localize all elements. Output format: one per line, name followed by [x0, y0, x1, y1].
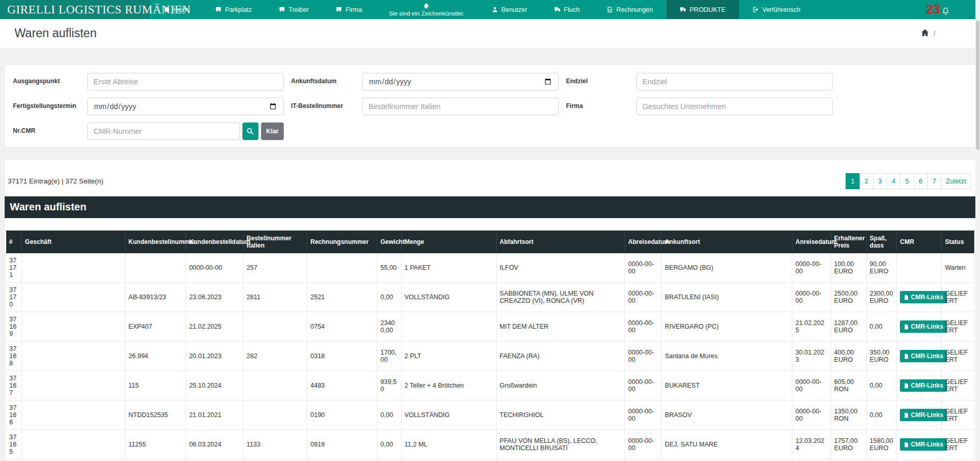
nr-cmr-input[interactable]: [87, 122, 240, 140]
column-header: #: [6, 230, 22, 253]
cmr-links-button[interactable]: CMR-Links: [900, 320, 947, 333]
cell-anreisedatum: 21.02.2025: [792, 312, 831, 342]
ausgangspunkt-input[interactable]: [87, 73, 284, 90]
cell-geschaeft: [22, 342, 125, 371]
endziel-input[interactable]: [636, 73, 833, 90]
results-panel: 37171 Eintrag(e) | 372 Seite(n) 1234567Z…: [4, 159, 976, 461]
cell-menge: 1 PAKET: [401, 253, 496, 283]
goods-table: #GeschäftKundenbestellnummerKundenbestel…: [6, 230, 974, 461]
cell-abfahrtsort: FAENZA (RA): [496, 342, 625, 371]
page-scrollbar[interactable]: [975, 0, 980, 461]
nav-item-produkte[interactable]: PRODUKTE: [666, 0, 739, 19]
cell-menge: 2 Teller + 4 Brötchen: [401, 371, 496, 401]
file-icon: [904, 382, 909, 389]
nav-item-heim[interactable]: Heim: [150, 0, 202, 19]
table-row: 3716423.11.202223.11.2022-274 ACTIV CLIE…: [6, 459, 974, 461]
bus-icon: [279, 6, 285, 13]
cell-ankunftsort: BERGAMO (BG): [662, 253, 792, 283]
cell-cmr: CMR-Links: [897, 342, 942, 371]
ankunftsdatum-input[interactable]: [362, 73, 559, 90]
cell-kundenbestellnummer: NTDD152535: [125, 401, 186, 430]
cell-rechnungsnummer: 0318: [307, 342, 377, 371]
home-icon[interactable]: [921, 28, 929, 39]
filter-label-it-bestellnummer: IT-Bestellnummer: [289, 102, 357, 110]
cell-abfahrtsort: HAM (BELGIEN), MERKELBEEK (NIEDERLANDE),…: [496, 459, 625, 461]
page-button-2[interactable]: 2: [860, 173, 874, 189]
cell-kundenbestelldatum: 21.02.2025: [186, 312, 243, 342]
nav-item-fluch[interactable]: Fluch: [541, 0, 593, 19]
cell-nr: 37165: [6, 430, 22, 459]
cell-kundenbestellnummer: 11255: [125, 430, 186, 459]
column-header: Spaß, dass: [866, 230, 897, 253]
brand-title[interactable]: GIRELLI LOGISTICS RUMÄNIEN: [0, 0, 150, 19]
cell-spass_dass: 750,00 EURO: [866, 459, 897, 461]
cmr-links-button[interactable]: CMR-Links: [900, 409, 947, 421]
filter-label-ausgangspunkt: Ausgangspunkt: [11, 78, 82, 85]
cell-abreisedatum: 0000-00-00: [625, 253, 662, 283]
cell-status: GELIEFERT: [942, 430, 974, 459]
cell-bestellnummer_italien: 23.11.2022-274 ACTIV CLIENT SOLUTION SRL: [243, 459, 307, 461]
cmr-links-button[interactable]: CMR-Links: [900, 350, 947, 362]
column-header: Kundenbestelldatum: [186, 230, 243, 253]
page-button-3[interactable]: 3: [873, 173, 887, 189]
scrollbar-thumb[interactable]: [976, 21, 979, 150]
table-row: 371710000-00-0025755,001 PAKETILFOV0000-…: [6, 253, 974, 283]
column-header: Abreisedatum: [625, 230, 662, 253]
cmr-links-button[interactable]: CMR-Links: [900, 291, 947, 303]
nav-item-label: Rechnungen: [616, 6, 653, 13]
cell-bestellnummer_italien: 2811: [243, 283, 307, 312]
bell-icon[interactable]: [941, 7, 950, 16]
nav-item-benutzer[interactable]: Benutzer: [478, 0, 541, 19]
cell-cmr: CMR-Links: [897, 430, 942, 459]
nav-item-label: Heim: [173, 6, 188, 13]
bus-icon: [215, 6, 222, 13]
file-icon: [904, 441, 909, 448]
fertigstellungstermin-input[interactable]: [87, 98, 284, 115]
cell-nr: 37171: [6, 253, 22, 283]
cell-gewicht: 0,00: [377, 401, 402, 430]
cell-abreisedatum: 0000-00-00: [625, 342, 662, 371]
cell-spass_dass: 2300,00 EURO: [866, 283, 897, 312]
page-button-1[interactable]: 1: [846, 173, 860, 189]
nav-item-parkplatz[interactable]: Parkplatz: [202, 0, 265, 19]
cell-abreisedatum: 0000-00-00: [625, 430, 662, 459]
page-button-7[interactable]: 7: [927, 173, 941, 189]
page-button-5[interactable]: 5: [900, 173, 914, 189]
page-button-4[interactable]: 4: [886, 173, 900, 189]
table-row: 37170AB-83913/2323.06.2023281125210,00VO…: [6, 283, 974, 312]
nav-item-artist[interactable]: Sie sind ein Zeichenkünstler.: [375, 0, 478, 19]
cmr-links-button[interactable]: CMR-Links: [900, 379, 947, 392]
nav-item-rechnungen[interactable]: Rechnungen: [593, 0, 666, 19]
bus-icon: [335, 6, 342, 13]
nav-item-verführerisch[interactable]: Verführerisch: [739, 0, 814, 19]
notification-area[interactable]: 23: [926, 0, 950, 19]
cell-rechnungsnummer: 0754: [307, 312, 377, 342]
nav-item-firma[interactable]: Firma: [322, 0, 375, 19]
clear-button[interactable]: Klar: [261, 122, 284, 140]
filter-panel: AusgangspunktAnkunftsdatumEndzielFertigs…: [4, 64, 976, 148]
cell-ankunftsort: BRASOV: [662, 401, 792, 430]
cell-kundenbestelldatum: 20.01.2023: [186, 342, 243, 371]
cell-gewicht: 0,00: [377, 459, 402, 461]
nav-item-label: Benutzer: [501, 6, 527, 13]
cell-gewicht: 55,00: [377, 253, 402, 283]
page-button-6[interactable]: 6: [914, 173, 928, 189]
nav-item-treiber[interactable]: Treiber: [265, 0, 322, 19]
table-row: 37166NTDD15253521.01.202101900,00VOLLSTÄ…: [6, 401, 974, 430]
filter-label-firma: Firma: [564, 102, 631, 110]
cell-menge: 2 PLT: [401, 342, 496, 371]
cell-kundenbestelldatum: 0000-00-00: [186, 253, 243, 283]
search-button[interactable]: [242, 122, 258, 140]
cell-nr: 37166: [6, 401, 22, 430]
it-bestellnummer-input[interactable]: [362, 98, 559, 115]
nav-item-label: Firma: [345, 6, 362, 13]
cell-geschaeft: [22, 283, 125, 312]
cell-geschaeft: [22, 253, 125, 283]
cmr-links-button[interactable]: CMR-Links: [900, 438, 947, 451]
cell-geschaeft: [22, 371, 125, 401]
cell-ankunftsort: Santandrea: [662, 459, 792, 461]
cell-abfahrtsort: MIT DEM ALTER: [496, 312, 625, 342]
firma-input[interactable]: [636, 98, 833, 115]
page-button-zuletzt[interactable]: Zuletzt: [941, 173, 971, 189]
cell-spass_dass: 0,00: [866, 371, 897, 401]
